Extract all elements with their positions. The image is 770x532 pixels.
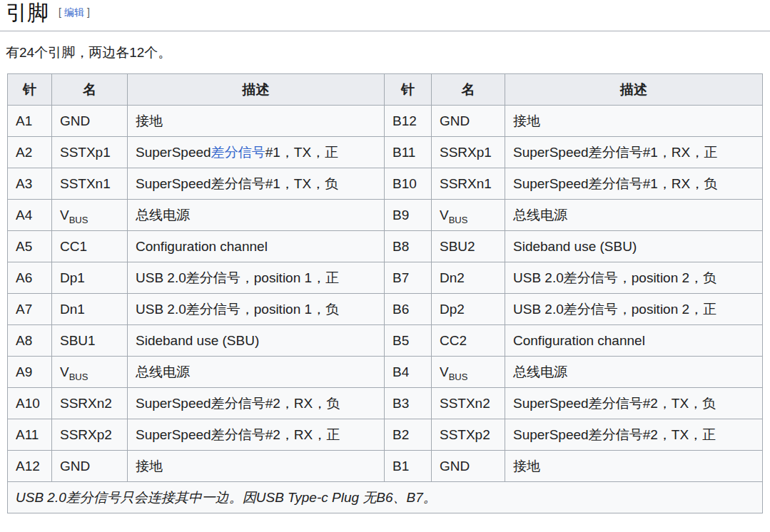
desc-cell: USB 2.0差分信号，position 2，负 [505, 262, 763, 294]
name-cell: VBUS [432, 357, 505, 388]
article-section: 引脚[编辑] 有24个引脚，两边各12个。 针 名 描述 针 名 描述 A1GN… [0, 0, 770, 513]
pinout-table-footer: USB 2.0差分信号只会连接其中一边。因USB Type-c Plug 无B6… [8, 482, 763, 513]
desc-cell: Sideband use (SBU) [128, 325, 385, 357]
cell-text: GND [60, 459, 90, 474]
pinout-table-body: A1GND接地B12GND接地A2SSTXp1SuperSpeed差分信号#1，… [8, 106, 763, 482]
name-cell: VBUS [52, 200, 128, 231]
cell-text: USB 2.0差分信号，position 1，负 [136, 302, 339, 317]
desc-cell: USB 2.0差分信号，position 1，正 [128, 262, 385, 294]
pin-cell: A3 [8, 168, 52, 200]
desc-cell: SuperSpeed差分信号#2，RX，负 [128, 388, 385, 419]
name-cell: Dn1 [52, 294, 128, 325]
table-row: A5CC1Configuration channelB8SBU2Sideband… [8, 231, 763, 262]
name-cell: GND [432, 451, 505, 482]
edit-section-link[interactable]: 编辑 [61, 6, 87, 18]
pin-cell: A9 [8, 357, 52, 388]
subscript-text: BUS [449, 372, 468, 382]
subscript-text: BUS [69, 215, 88, 225]
cell-text: Dn2 [440, 270, 465, 285]
pinout-table: 针 名 描述 针 名 描述 A1GND接地B12GND接地A2SSTXp1Sup… [7, 73, 763, 513]
cell-text: USB 2.0差分信号，position 2，正 [513, 302, 716, 317]
desc-cell: Sideband use (SBU) [505, 231, 763, 262]
cell-text: Sideband use (SBU) [136, 333, 259, 348]
name-cell: CC2 [432, 325, 505, 357]
col-header-pin-b: 针 [385, 74, 432, 106]
desc-cell: SuperSpeed差分信号#2，RX，正 [128, 419, 385, 451]
name-cell: SSTXp2 [432, 419, 505, 451]
pin-cell: A7 [8, 294, 52, 325]
cell-text: #1，TX，正 [265, 145, 338, 160]
edit-section: [编辑] [59, 6, 90, 18]
cell-text: Dp2 [440, 302, 465, 317]
pin-cell: A8 [8, 325, 52, 357]
name-cell: VBUS [432, 200, 505, 231]
differential-signal-link[interactable]: 差分信号 [211, 145, 265, 160]
name-cell: Dp1 [52, 262, 128, 294]
pin-cell: B5 [385, 325, 432, 357]
pinout-table-header: 针 名 描述 针 名 描述 [8, 74, 763, 106]
section-heading-text: 引脚 [6, 1, 49, 24]
desc-cell: Configuration channel [128, 231, 385, 262]
cell-text: CC1 [60, 239, 87, 254]
cell-text: SSTXp2 [440, 427, 490, 442]
pin-cell: B12 [385, 106, 432, 137]
cell-text: SBU2 [440, 239, 475, 254]
cell-text: 接地 [513, 459, 540, 474]
pin-cell: B1 [385, 451, 432, 482]
cell-text: Dn1 [60, 302, 85, 317]
desc-cell: SuperSpeed差分信号#1，RX，负 [505, 168, 763, 200]
col-header-desc-a: 描述 [128, 74, 385, 106]
table-row: A2SSTXp1SuperSpeed差分信号#1，TX，正B11SSRXp1Su… [8, 137, 763, 168]
cell-text: Configuration channel [513, 333, 645, 348]
cell-text: SBU1 [60, 333, 96, 348]
pin-cell: B10 [385, 168, 432, 200]
pin-cell: B6 [385, 294, 432, 325]
cell-text: Dp1 [60, 270, 85, 285]
pin-cell: A2 [8, 137, 52, 168]
pin-cell: A1 [8, 106, 52, 137]
intro-paragraph: 有24个引脚，两边各12个。 [6, 44, 763, 63]
pin-cell: B11 [385, 137, 432, 168]
cell-text: CC2 [440, 333, 467, 348]
pin-cell: A6 [8, 262, 52, 294]
section-heading: 引脚[编辑] [0, 0, 770, 31]
cell-text: SuperSpeed差分信号#2，RX，正 [136, 427, 340, 442]
cell-text: 接地 [513, 113, 540, 128]
table-row: A6Dp1USB 2.0差分信号，position 1，正B7Dn2USB 2.… [8, 262, 763, 294]
header-row: 针 名 描述 针 名 描述 [8, 74, 763, 106]
desc-cell: Configuration channel [505, 325, 763, 357]
cell-text: SSTXn2 [440, 396, 490, 411]
name-cell: SSRXp2 [52, 419, 128, 451]
cell-text: 接地 [136, 459, 163, 474]
col-header-name-b: 名 [432, 74, 505, 106]
subscript-text: BUS [449, 215, 468, 225]
cell-text: SuperSpeed差分信号#2，RX，负 [136, 396, 340, 411]
cell-text: 总线电源 [513, 208, 567, 222]
pin-cell: B7 [385, 262, 432, 294]
cell-text: 总线电源 [136, 208, 190, 222]
col-header-name-a: 名 [52, 74, 128, 106]
pin-cell: A4 [8, 200, 52, 231]
cell-text: SSRXn1 [440, 176, 492, 191]
table-row: A1GND接地B12GND接地 [8, 106, 763, 137]
footnote-row: USB 2.0差分信号只会连接其中一边。因USB Type-c Plug 无B6… [8, 482, 763, 513]
pin-cell: B2 [385, 419, 432, 451]
cell-text: USB 2.0差分信号，position 2，负 [513, 270, 716, 285]
name-cell: SSTXn1 [52, 168, 128, 200]
edit-bracket-close: ] [87, 6, 90, 18]
table-row: A7Dn1USB 2.0差分信号，position 1，负B6Dp2USB 2.… [8, 294, 763, 325]
name-cell: GND [52, 451, 128, 482]
cell-text: V [440, 208, 449, 222]
desc-cell: 总线电源 [505, 357, 763, 388]
cell-text: SSTXn1 [60, 176, 111, 191]
cell-text: SuperSpeed [136, 145, 211, 160]
name-cell: VBUS [52, 357, 128, 388]
pin-cell: B3 [385, 388, 432, 419]
name-cell: SBU2 [432, 231, 505, 262]
table-row: A9VBUS总线电源B4VBUS总线电源 [8, 357, 763, 388]
desc-cell: 接地 [128, 106, 385, 137]
table-row: A12GND接地B1GND接地 [8, 451, 763, 482]
cell-text: GND [440, 113, 470, 128]
pin-cell: B9 [385, 200, 432, 231]
cell-text: SSRXp1 [440, 145, 492, 160]
